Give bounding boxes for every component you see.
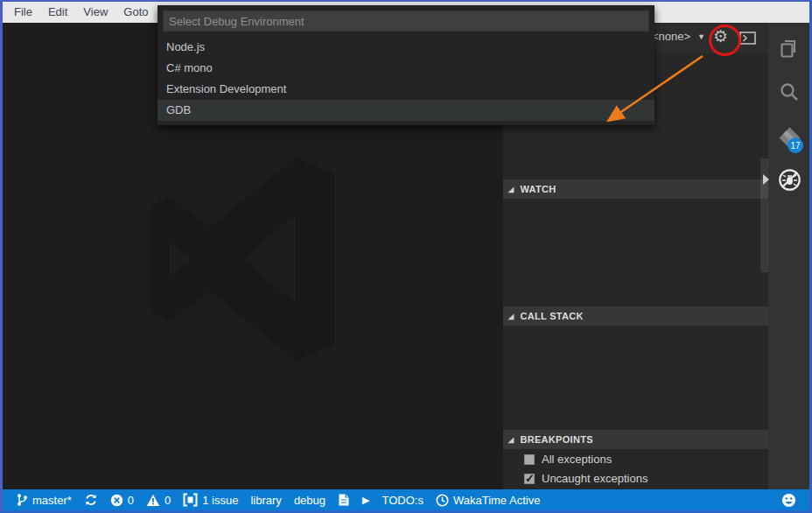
collapse-triangle-icon: ◢ <box>508 186 514 193</box>
breakpoint-row-uncaught-exceptions: Uncaught exceptions <box>503 468 768 488</box>
collapse-triangle-icon: ◢ <box>508 313 514 320</box>
smiley-icon <box>781 493 796 508</box>
callstack-title: CALL STACK <box>520 311 583 321</box>
sync-icon <box>84 493 98 507</box>
error-icon <box>110 494 123 507</box>
error-count: 0 <box>128 494 134 507</box>
debug-env-option-gdb[interactable]: GDB <box>158 100 654 121</box>
document-preview-button[interactable] <box>338 493 350 507</box>
breakpoints-title: BREAKPOINTS <box>520 434 592 445</box>
document-icon <box>338 493 350 507</box>
chevron-down-icon: ▼ <box>697 32 705 41</box>
mode-label: debug <box>294 494 326 507</box>
debug-env-option-nodejs[interactable]: Node.js <box>158 37 654 58</box>
vscode-window: File Edit View Goto Help <none> ▼ ⚙ <box>0 0 812 513</box>
branch-name: master* <box>32 494 72 507</box>
sync-button[interactable] <box>84 493 98 507</box>
clock-icon <box>436 494 449 507</box>
explorer-files-icon[interactable] <box>778 38 801 64</box>
menu-edit[interactable]: Edit <box>40 2 75 23</box>
watch-section-header[interactable]: ◢ WATCH <box>503 179 768 199</box>
breakpoint-row-all-exceptions: All exceptions <box>503 449 768 468</box>
mode-indicator[interactable]: debug <box>294 494 326 507</box>
debug-config-dropdown[interactable]: <none> <box>652 30 690 43</box>
feedback-smiley-button[interactable] <box>781 493 796 508</box>
warning-count: 0 <box>164 494 171 507</box>
menu-goto[interactable]: Goto <box>116 2 156 23</box>
debug-env-option-extension-development[interactable]: Extension Development <box>158 79 654 100</box>
todo-label: TODO:s <box>382 494 424 507</box>
play-icon: ▶ <box>362 495 369 506</box>
run-button[interactable]: ▶ <box>362 495 369 506</box>
all-exceptions-label: All exceptions <box>542 453 612 466</box>
folder-label: library <box>250 494 281 507</box>
activity-bar: 17 <box>768 23 809 489</box>
all-exceptions-checkbox[interactable] <box>524 454 535 465</box>
uncaught-exceptions-checkbox[interactable] <box>524 474 535 484</box>
debug-disabled-icon[interactable] <box>778 168 802 195</box>
watch-title: WATCH <box>520 184 556 194</box>
warning-icon <box>146 494 160 507</box>
vscode-watermark-logo <box>138 151 364 368</box>
gear-icon[interactable]: ⚙ <box>713 26 728 46</box>
menu-file[interactable]: File <box>6 2 40 23</box>
git-pending-changes-badge: 17 <box>788 137 803 153</box>
menu-view[interactable]: View <box>75 2 116 23</box>
issues-icon <box>183 493 198 507</box>
debug-console-icon[interactable] <box>739 32 756 48</box>
issues-indicator[interactable]: 1 issue <box>183 493 238 507</box>
git-branch-icon <box>16 493 28 507</box>
debug-env-option-csharp-mono[interactable]: C# mono <box>158 58 654 79</box>
warning-counter[interactable]: 0 <box>146 494 171 507</box>
wakatime-indicator[interactable]: WakaTime Active <box>436 494 540 507</box>
todo-indicator[interactable]: TODO:s <box>382 494 424 507</box>
breakpoints-section-header[interactable]: ◢ BREAKPOINTS <box>503 430 768 449</box>
select-debug-environment-dropdown: Select Debug Environment Node.js C# mono… <box>158 5 654 125</box>
debug-environment-input[interactable]: Select Debug Environment <box>163 11 649 32</box>
issues-label: 1 issue <box>202 494 238 507</box>
collapse-triangle-icon: ◢ <box>508 436 514 444</box>
error-counter[interactable]: 0 <box>110 494 134 507</box>
folder-indicator[interactable]: library <box>250 494 281 507</box>
git-branch-indicator[interactable]: master* <box>16 493 72 507</box>
callstack-section-header[interactable]: ◢ CALL STACK <box>503 306 768 326</box>
uncaught-exceptions-label: Uncaught exceptions <box>542 472 648 485</box>
wakatime-label: WakaTime Active <box>453 494 540 507</box>
active-view-marker <box>763 174 769 185</box>
search-icon[interactable] <box>778 81 801 107</box>
status-bar: master* 0 <box>3 489 809 510</box>
